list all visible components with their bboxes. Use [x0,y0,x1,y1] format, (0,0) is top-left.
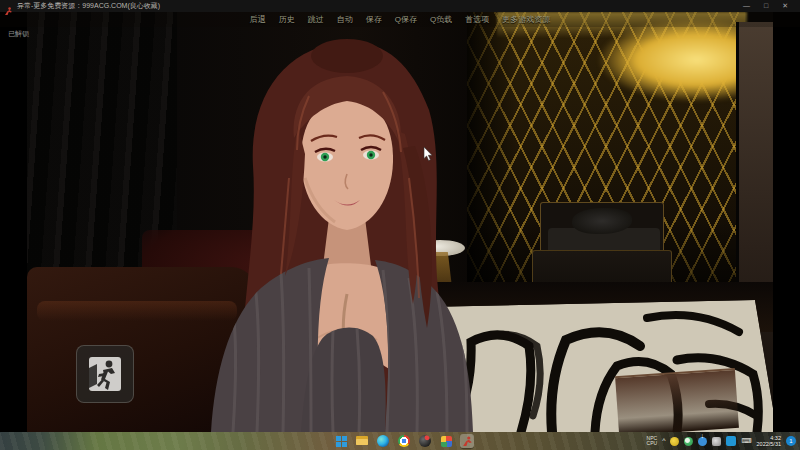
notification-badge[interactable]: 1 [786,436,796,446]
menu-item-save[interactable]: 保存 [366,12,382,27]
tray-yellow-app-icon[interactable] [670,437,679,446]
menu-item-quickload[interactable]: Q负载 [430,12,452,27]
status-text: 已解锁 [8,29,29,39]
input-method-icon[interactable] [726,436,736,446]
maximize-button[interactable]: □ [764,0,768,12]
minimize-button[interactable]: — [743,0,750,12]
running-man-exit-icon [85,354,125,394]
clock-widget[interactable]: 4:32 2022/5/31 [757,435,781,447]
menu-item-back[interactable]: 后退 [250,12,266,27]
folder-icon [356,436,368,446]
character-woman [197,38,487,432]
taskbar-center-icons [334,432,474,450]
touch-keyboard-icon[interactable]: ⌨ [741,437,751,445]
close-button[interactable]: ✕ [782,0,788,12]
taskbar[interactable]: NPC CPU ^ ⌨ 4:32 2022/5/31 1 [0,432,800,450]
dark-sphere-app-button[interactable] [418,434,432,448]
app-icon [4,2,13,11]
wooden-crate [615,368,739,432]
taskbar-tray: NPC CPU ^ ⌨ 4:32 2022/5/31 1 [647,432,796,450]
menu-item-history[interactable]: 历史 [279,12,295,27]
chrome-browser-button[interactable] [397,434,411,448]
color-grid-icon [441,436,452,447]
edge-icon [377,435,389,447]
start-button[interactable] [334,434,348,448]
game-scene[interactable] [27,12,773,432]
garment-on-chair [572,208,632,234]
menu-item-more-resources[interactable]: 更多游戏资源 [502,12,550,27]
chrome-icon [398,435,410,447]
tray-green-app-icon[interactable] [684,437,693,446]
tray-download-icon[interactable] [698,437,707,446]
file-explorer-button[interactable] [355,434,369,448]
menu-item-skip[interactable]: 跳过 [308,12,324,27]
tray-expand-chevron[interactable]: ^ [662,432,665,450]
window-titlebar[interactable]: 异常-更多免费资源：999ACG.COM(良心收藏) — □ ✕ [0,0,800,12]
color-grid-app-button[interactable] [439,434,453,448]
game-menubar: 后退 历史 跳过 自动 保存 Q保存 Q负载 首选项 更多游戏资源 [0,12,800,27]
menu-item-auto[interactable]: 自动 [337,12,353,27]
clock-date: 2022/5/31 [757,441,781,447]
screen: 异常-更多免费资源：999ACG.COM(良心收藏) — □ ✕ [0,0,800,450]
game-app-button-active[interactable] [460,434,474,448]
game-app-icon [462,436,473,447]
windows-logo-icon [336,436,347,447]
tray-gray-app-icon[interactable] [712,437,721,446]
menu-item-quicksave[interactable]: Q保存 [395,12,417,27]
menu-item-preferences[interactable]: 首选项 [465,12,489,27]
dark-sphere-icon [419,435,431,447]
exit-button[interactable] [76,345,134,403]
window-title: 异常-更多免费资源：999ACG.COM(良心收藏) [17,0,160,12]
hardware-monitor-widget[interactable]: NPC CPU [647,436,658,446]
game-window: 后退 历史 跳过 自动 保存 Q保存 Q负载 首选项 更多游戏资源 已解锁 [0,12,800,432]
window-controls: — □ ✕ [743,0,796,12]
edge-browser-button[interactable] [376,434,390,448]
mouse-cursor [423,147,433,162]
